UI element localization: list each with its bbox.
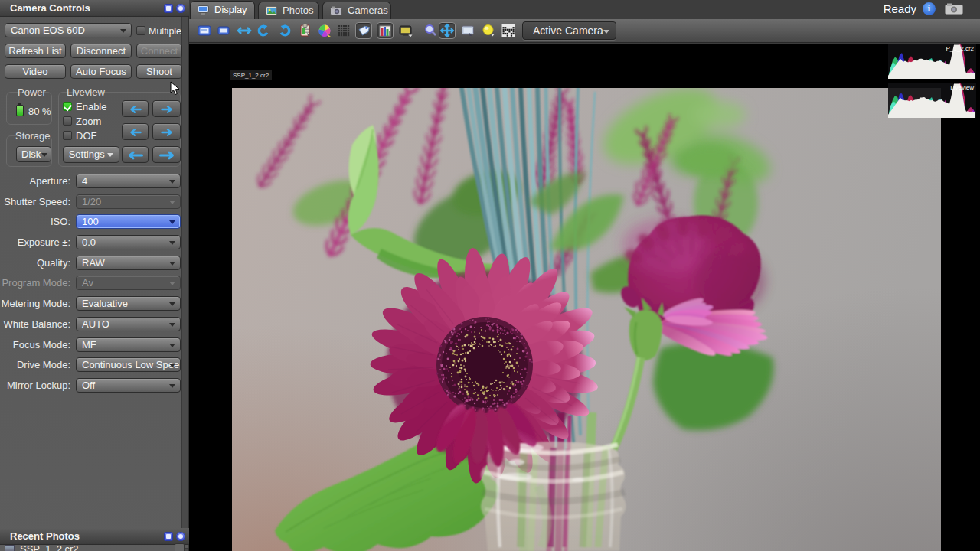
svg-text:Liveview: Liveview xyxy=(950,84,974,91)
svg-text:P_1_2.cr2: P_1_2.cr2 xyxy=(946,45,975,52)
